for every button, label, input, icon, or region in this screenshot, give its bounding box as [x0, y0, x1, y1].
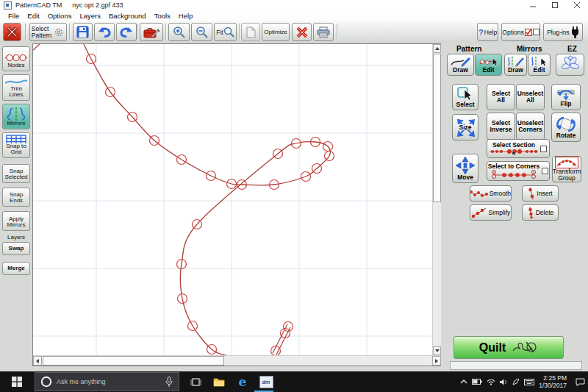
toolbox-button[interactable] [140, 23, 163, 41]
merge-button[interactable]: Merge [2, 262, 30, 275]
optimize-button[interactable]: Optimize [262, 23, 290, 41]
document-title: nyc opt 2.gpf 433 [72, 1, 123, 9]
trim-lines-button[interactable]: Trim Lines [2, 74, 30, 101]
pen-icon[interactable] [512, 378, 520, 385]
battery-icon[interactable] [472, 379, 482, 385]
quilt-stitch-icon [512, 341, 538, 355]
clock[interactable]: 2:25 PM 1/30/2017 [539, 374, 567, 389]
horizontal-scrollbar[interactable] [33, 355, 441, 366]
zoom-fit-button[interactable]: Fit [214, 23, 237, 41]
patterncad-taskbar-button[interactable]: dm [254, 371, 278, 392]
simplify-button[interactable]: Simplify [470, 204, 512, 221]
size-button[interactable]: Size [452, 114, 478, 140]
ez-button[interactable] [556, 54, 584, 76]
zoom-in-button[interactable] [168, 23, 190, 41]
menu-help[interactable]: Help [179, 12, 193, 20]
plug-icon [571, 26, 579, 38]
zoom-out-icon [196, 26, 208, 38]
menu-background[interactable]: Background [109, 12, 146, 20]
snap-to-grid-button[interactable]: Snap to Grid [2, 132, 30, 158]
unselect-all-button[interactable]: Unselect All [516, 84, 545, 110]
snap-selected-button[interactable]: Snap Selected [2, 164, 30, 183]
select-pattern-button[interactable]: Select Pattern [29, 23, 67, 41]
select-to-corners-button[interactable]: Select to Corners [487, 161, 550, 181]
swap-button[interactable]: Swap [2, 242, 30, 255]
system-tray: 2:25 PM 1/30/2017 [460, 371, 588, 392]
microphone-icon[interactable] [165, 377, 173, 387]
menu-layers[interactable]: Layers [79, 12, 101, 20]
redo-button[interactable] [116, 23, 137, 41]
select-button[interactable]: Select [452, 84, 478, 110]
move-button[interactable]: Move [452, 154, 478, 183]
scroll-down-arrow[interactable] [433, 346, 441, 355]
mirrors-edit-button[interactable]: Edit [528, 54, 551, 76]
app-window-icon [4, 1, 12, 10]
select-inverse-button[interactable]: Select Inverse [487, 113, 515, 140]
scroll-up-arrow[interactable] [433, 44, 441, 53]
keyboard-icon[interactable] [524, 379, 534, 385]
apply-mirrors-button[interactable]: Apply Mirrors [2, 211, 30, 231]
nodes-button[interactable]: Nodes [2, 46, 30, 71]
speaker-icon[interactable] [500, 379, 508, 385]
action-center-icon[interactable] [576, 378, 585, 386]
undo-button[interactable] [94, 23, 115, 41]
vertical-scroll-thumb[interactable] [433, 54, 441, 202]
scroll-right-arrow[interactable] [432, 356, 441, 366]
gear-icon [53, 26, 65, 38]
pattern-edit-button[interactable]: Edit [475, 54, 502, 76]
start-button[interactable] [0, 371, 34, 392]
close-button[interactable] [566, 0, 588, 10]
file-explorer-button[interactable] [207, 371, 231, 392]
unselect-corners-button[interactable]: Unselect Corners [516, 113, 545, 140]
pattern-draw-button[interactable]: Draw [447, 54, 474, 76]
ez-header: EZ [567, 45, 577, 53]
app-title: PatternCAD TM [15, 1, 62, 9]
mirrors-draw-button[interactable]: Draw [504, 54, 527, 76]
flower-icon [559, 55, 581, 74]
transform-group-button[interactable]: Transform Group [552, 156, 581, 182]
close-pattern-button[interactable] [3, 23, 21, 41]
vertical-scrollbar[interactable] [432, 44, 441, 355]
select-section-button[interactable]: Select Section [487, 139, 550, 158]
edge-browser-button[interactable]: e [231, 371, 254, 392]
options-button[interactable]: Options [501, 23, 540, 41]
task-view-button[interactable] [184, 371, 207, 392]
select-cursor-icon [457, 87, 473, 101]
scroll-left-arrow[interactable] [33, 356, 42, 366]
minimize-button[interactable] [522, 0, 544, 10]
smooth-button[interactable]: Smooth [470, 185, 512, 202]
quilt-button[interactable]: Quilt [453, 336, 564, 359]
wifi-icon[interactable] [487, 379, 495, 385]
pattern-header: Pattern [456, 45, 481, 53]
select-to-corners-dots-icon [491, 170, 537, 179]
pattern-canvas[interactable] [33, 44, 432, 355]
tray-chevron-icon[interactable] [460, 379, 467, 384]
select-to-corners-checkbox[interactable] [542, 168, 548, 174]
move-arrows-icon [456, 157, 475, 174]
help-button[interactable]: ? Help [477, 23, 498, 41]
save-button[interactable] [73, 23, 93, 41]
print-button[interactable] [313, 23, 334, 41]
zoom-out-button[interactable] [191, 23, 212, 41]
mirrors-button[interactable]: Mirrors [2, 104, 30, 129]
plugins-button[interactable]: Plug-ins [543, 23, 583, 41]
horizontal-scroll-thumb[interactable] [43, 356, 224, 366]
toolbox-icon [143, 26, 159, 38]
delete-pattern-button[interactable] [292, 23, 312, 41]
select-section-checkbox[interactable] [540, 146, 547, 152]
delete-node-button[interactable]: Delete [522, 204, 559, 221]
rotate-button[interactable]: Rotate [551, 113, 581, 142]
trim-lines-icon [5, 77, 27, 86]
new-page-button[interactable] [241, 23, 260, 41]
snap-ends-button[interactable]: Snap Ends [2, 188, 30, 207]
menu-tools[interactable]: Tools [154, 12, 171, 20]
printer-icon [317, 26, 330, 38]
menu-file[interactable]: File [8, 12, 19, 20]
menu-edit[interactable]: Edit [27, 12, 39, 20]
flip-button[interactable]: Flip [551, 84, 581, 110]
insert-button[interactable]: Insert [522, 185, 559, 202]
maximize-button[interactable] [544, 0, 566, 10]
menu-options[interactable]: Options [48, 12, 72, 20]
select-all-button[interactable]: Select All [487, 84, 515, 110]
search-input[interactable]: Ask me anything [35, 372, 179, 391]
